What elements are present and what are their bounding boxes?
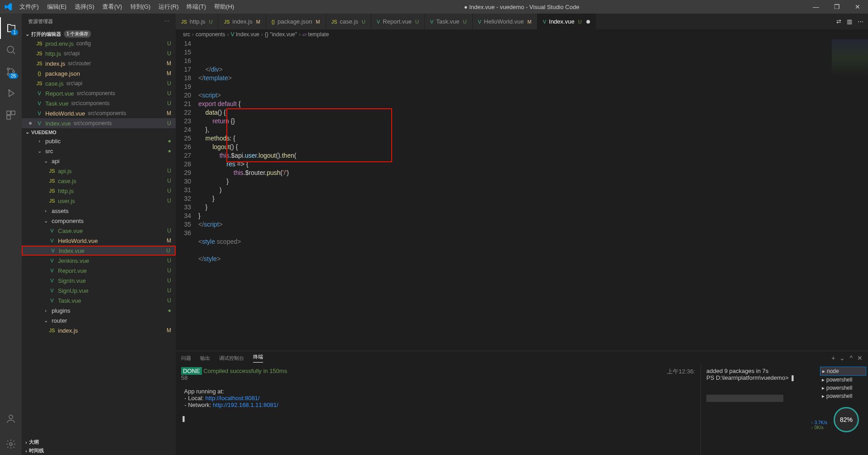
panel-tab[interactable]: 调试控制台 xyxy=(219,355,244,362)
tree-item[interactable]: JShttp.jsU xyxy=(22,186,176,196)
tree-item[interactable]: VHelloWorld.vueM xyxy=(22,236,176,246)
file-icon: V xyxy=(48,278,56,283)
open-editor-item[interactable]: VTask.vuesrc\componentsU xyxy=(22,98,176,108)
tree-item[interactable]: ›plugins● xyxy=(22,305,176,315)
network-url[interactable]: http://192.168.1.11:8081/ xyxy=(213,402,278,408)
panel-tab[interactable]: 终端 xyxy=(253,353,263,363)
terminal-list-item[interactable]: ▸powershell xyxy=(820,392,866,400)
panel-tab[interactable]: 输出 xyxy=(200,355,210,362)
cursor: ❚ xyxy=(181,415,695,422)
file-path: src\components xyxy=(88,110,126,116)
breadcrumb-item[interactable]: components xyxy=(196,31,225,38)
maximize-panel-icon[interactable]: ^ xyxy=(849,354,853,362)
tree-item[interactable]: JSuser.jsU xyxy=(22,196,176,206)
file-icon: V xyxy=(48,268,56,273)
menu-item[interactable]: 帮助(H) xyxy=(211,1,238,13)
new-terminal-icon[interactable]: + xyxy=(831,354,835,362)
menu-item[interactable]: 运行(R) xyxy=(155,1,182,13)
tree-item[interactable]: VSignIn.vueU xyxy=(22,276,176,286)
menu-item[interactable]: 转到(G) xyxy=(127,1,154,13)
stats-text: ↑ 3.7K/s ↓ 0K/s xyxy=(811,420,827,430)
open-editor-item[interactable]: JSprod.env.jsconfigU xyxy=(22,39,176,48)
terminal-list-item[interactable]: ▸powershell xyxy=(820,376,866,384)
close-panel-icon[interactable]: ✕ xyxy=(857,354,863,362)
menu-item[interactable]: 选择(S) xyxy=(71,1,98,13)
tree-item[interactable]: JSindex.jsM xyxy=(22,325,176,335)
outline-header[interactable]: ›大纲 xyxy=(22,438,176,446)
tree-item[interactable]: JScase.jsU xyxy=(22,176,176,186)
editor-tab[interactable]: VTask.vueU xyxy=(425,14,473,29)
breadcrumb-sep: › xyxy=(261,31,263,38)
terminal-main[interactable]: DONE Compiled successfully in 150ms上午12:… xyxy=(176,365,700,455)
code-lines[interactable]: </div></template> <script>export default… xyxy=(198,39,868,351)
extensions-icon[interactable] xyxy=(0,104,22,126)
tree-item[interactable]: VIndex.vueU xyxy=(22,246,176,256)
search-icon[interactable] xyxy=(0,39,22,61)
maximize-icon[interactable]: ❐ xyxy=(826,3,847,10)
editor-tab[interactable]: VHelloWorld.vueM xyxy=(473,14,537,29)
open-editor-item[interactable]: VIndex.vuesrc\componentsU xyxy=(22,118,176,128)
editor-tab[interactable]: JSindex.jsM xyxy=(218,14,266,29)
open-editor-item[interactable]: JSindex.jssrc\routerM xyxy=(22,58,176,68)
account-icon[interactable] xyxy=(0,408,22,430)
tree-item[interactable]: ›assets xyxy=(22,206,176,216)
dropdown-icon[interactable]: ⌄ xyxy=(839,354,845,362)
menu-item[interactable]: 终端(T) xyxy=(183,1,210,13)
open-editor-item[interactable]: JShttp.jssrc\apiU xyxy=(22,48,176,58)
tree-item[interactable]: VReport.vueU xyxy=(22,266,176,276)
more-icon[interactable]: ⋯ xyxy=(858,18,863,25)
breadcrumb-item[interactable]: V Index.vue xyxy=(230,31,259,38)
line-gutter: 1415161718192021222324252627282930313233… xyxy=(176,39,198,351)
tree-item[interactable]: ›public● xyxy=(22,136,176,146)
terminal-right[interactable]: added 9 packages in 7s PS D:\learn\platf… xyxy=(700,365,818,455)
more-icon[interactable]: ⋯ xyxy=(164,19,169,24)
tree-item[interactable]: ⌄components xyxy=(22,216,176,226)
tree-item[interactable]: ⌄router xyxy=(22,315,176,325)
open-editor-item[interactable]: VHelloWorld.vuesrc\componentsM xyxy=(22,108,176,118)
split-icon[interactable]: ▥ xyxy=(847,18,852,25)
file-icon: V xyxy=(35,101,43,106)
tree-item[interactable]: ⌄src● xyxy=(22,146,176,156)
settings-icon[interactable] xyxy=(0,433,22,455)
scm-icon[interactable]: 26 xyxy=(0,61,22,82)
panel-tab[interactable]: 问题 xyxy=(181,355,191,362)
project-header[interactable]: ⌄ VUEDEMO xyxy=(22,128,176,136)
editor-tab[interactable]: {}package.jsonM xyxy=(266,14,326,29)
breadcrumb-item[interactable]: src xyxy=(183,31,190,38)
open-editors-label: 打开的编辑器 xyxy=(31,31,61,38)
tree-item[interactable]: JSapi.jsU xyxy=(22,166,176,176)
editor-tab[interactable]: JScase.jsU xyxy=(326,14,371,29)
compare-icon[interactable]: ⇄ xyxy=(836,18,841,25)
breadcrumb-item[interactable]: ▱ template xyxy=(302,31,329,38)
timeline-header[interactable]: ›时间线 xyxy=(22,446,176,455)
open-editor-item[interactable]: {}package.jsonM xyxy=(22,68,176,78)
tab-status: U xyxy=(209,19,213,24)
terminal-list-item[interactable]: ▸node xyxy=(820,367,866,376)
local-url[interactable]: http://localhost:8081/ xyxy=(205,395,259,402)
breadcrumb-item[interactable]: {} "index.vue" xyxy=(265,31,297,38)
editor-tab[interactable]: VIndex.vueU xyxy=(537,14,596,29)
menu-item[interactable]: 文件(F) xyxy=(16,1,43,13)
tree-item[interactable]: VTask.vueU xyxy=(22,295,176,305)
editor-tab[interactable]: JShttp.jsU xyxy=(176,14,218,29)
menu-item[interactable]: 编辑(E) xyxy=(43,1,70,13)
tree-item[interactable]: VCase.vueU xyxy=(22,226,176,236)
open-editor-item[interactable]: VReport.vuesrc\componentsU xyxy=(22,88,176,98)
minimap[interactable] xyxy=(832,39,868,85)
tree-item[interactable]: ⌄api xyxy=(22,156,176,166)
terminal-list-item[interactable]: ▸powershell xyxy=(820,384,866,392)
code-editor[interactable]: 1415161718192021222324252627282930313233… xyxy=(176,39,868,351)
dirty-dot-icon xyxy=(586,20,590,24)
breadcrumb[interactable]: src›components›V Index.vue›{} "index.vue… xyxy=(176,29,868,39)
chevron-icon: › xyxy=(42,208,50,213)
tree-item[interactable]: VJenkins.vueU xyxy=(22,256,176,266)
open-editor-item[interactable]: JScase.jssrc\apiU xyxy=(22,78,176,88)
close-icon[interactable]: ✕ xyxy=(847,3,868,10)
editor-tab[interactable]: VReport.vueU xyxy=(371,14,425,29)
explorer-icon[interactable]: 1 xyxy=(0,17,22,39)
debug-icon[interactable] xyxy=(0,82,22,104)
minimize-icon[interactable]: — xyxy=(806,3,826,10)
menu-item[interactable]: 查看(V) xyxy=(99,1,125,13)
tree-item[interactable]: VSignUp.vueU xyxy=(22,286,176,295)
open-editors-header[interactable]: ⌄ 打开的编辑器 1 个未保存 xyxy=(22,29,176,39)
